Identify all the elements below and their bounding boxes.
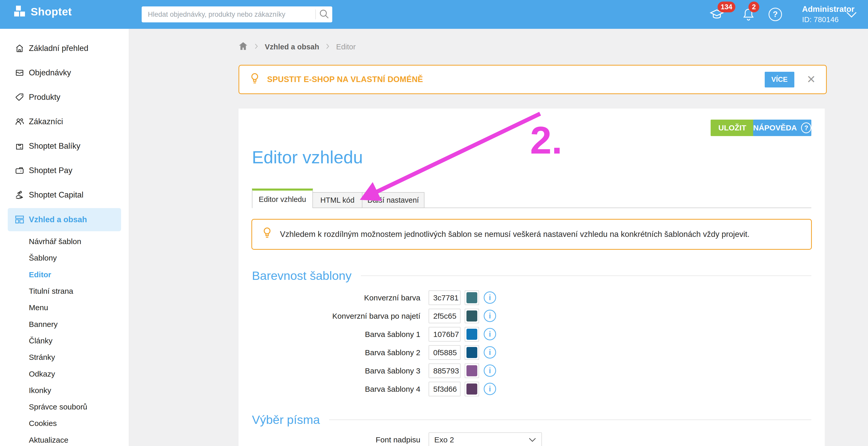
topbar: Shoptet 134 bbox=[0, 0, 868, 29]
info-notice: Vzhledem k rozdílným možnostem jednotliv… bbox=[251, 219, 812, 250]
hand-coins-icon bbox=[14, 190, 25, 200]
tab-html-kod[interactable]: HTML kód bbox=[312, 192, 362, 208]
color-hex-input[interactable] bbox=[429, 290, 461, 305]
font-select[interactable]: Exo 2 bbox=[429, 433, 542, 446]
notice-text: Vzhledem k rozdílným možnostem jednotliv… bbox=[280, 230, 749, 239]
tab-bar: Editor vzhledu HTML kód Další nastavení bbox=[252, 188, 811, 208]
customers-icon bbox=[14, 116, 25, 127]
sidebar-item-label: Vzhled a obsah bbox=[29, 215, 87, 224]
sidebar-subitem-bannery[interactable]: Bannery bbox=[0, 316, 129, 332]
sidebar-subitem-cookies[interactable]: Cookies bbox=[0, 415, 129, 432]
wallet-icon bbox=[14, 165, 25, 176]
orders-icon bbox=[14, 68, 25, 78]
sidebar-subitem-aktualizace[interactable]: Aktualizace bbox=[0, 432, 129, 446]
tab-dalsi-nastaveni[interactable]: Další nastavení bbox=[362, 192, 425, 208]
color-row: Barva šablony 1 i bbox=[239, 325, 812, 343]
help-button-napoveda[interactable]: NÁPOVĚDA ? bbox=[753, 119, 811, 136]
package-icon bbox=[14, 141, 25, 151]
shoptet-admin-screen: Shoptet 134 bbox=[0, 0, 868, 446]
global-search bbox=[142, 6, 332, 22]
sidebar-subitem-sablony[interactable]: Šablony bbox=[0, 250, 129, 266]
bell-icon bbox=[741, 18, 756, 22]
color-row: Konverzní barva po najetí i bbox=[239, 307, 812, 325]
sidebar-item-zakladni-prehled[interactable]: Základní přehled bbox=[0, 36, 129, 61]
sidebar-subitem-navrhar-sablon[interactable]: Návrhář šablon bbox=[0, 233, 129, 250]
notifications-badge: 2 bbox=[748, 2, 759, 12]
sidebar-subitem-editor[interactable]: Editor bbox=[0, 267, 129, 283]
sidebar-subitem-titulni-strana[interactable]: Titulní strana bbox=[0, 283, 129, 299]
sidebar-item-shoptet-baliky[interactable]: Shoptet Balíky bbox=[0, 134, 129, 158]
color-hex-input[interactable] bbox=[429, 327, 461, 342]
search-button[interactable] bbox=[316, 6, 332, 22]
sidebar-subitem-clanky[interactable]: Články bbox=[0, 333, 129, 349]
search-icon bbox=[318, 8, 330, 21]
field-label: Barva šablony 1 bbox=[239, 327, 420, 342]
info-icon[interactable]: i bbox=[484, 383, 496, 395]
sidebar-subitem-odkazy[interactable]: Odkazy bbox=[0, 366, 129, 382]
layout-icon bbox=[14, 214, 25, 225]
info-icon[interactable]: i bbox=[484, 346, 496, 358]
font-row: Font nadpisu Exo 2 bbox=[239, 431, 812, 446]
sidebar-item-zakaznici[interactable]: Zákazníci bbox=[0, 109, 129, 134]
sidebar-subitem-ikonky[interactable]: Ikonky bbox=[0, 382, 129, 399]
field-label: Barva šablony 2 bbox=[239, 345, 420, 360]
sidebar-item-shoptet-capital[interactable]: Shoptet Capital bbox=[0, 183, 129, 207]
field-label: Barva šablony 3 bbox=[239, 364, 420, 378]
tag-icon bbox=[14, 92, 25, 102]
color-swatch[interactable] bbox=[465, 290, 479, 305]
section-heading: Barevnost šablony bbox=[252, 269, 351, 283]
banner-more-button[interactable]: VÍCE bbox=[765, 72, 794, 88]
sidebar-item-produkty[interactable]: Produkty bbox=[0, 85, 129, 109]
color-row: Konverzní barva i bbox=[239, 288, 812, 307]
sidebar-subitem-stranky[interactable]: Stránky bbox=[0, 349, 129, 366]
field-label: Font nadpisu bbox=[239, 433, 420, 446]
color-row: Barva šablony 4 i bbox=[239, 380, 812, 398]
shoptet-logo[interactable]: Shoptet bbox=[14, 6, 72, 18]
sidebar-item-objednavky[interactable]: Objednávky bbox=[0, 61, 129, 85]
color-hex-input[interactable] bbox=[429, 309, 461, 323]
user-menu-caret[interactable] bbox=[846, 11, 857, 19]
lightbulb-icon bbox=[262, 227, 272, 242]
info-icon[interactable]: i bbox=[484, 310, 496, 322]
color-swatch[interactable] bbox=[465, 309, 479, 323]
sidebar-item-shoptet-pay[interactable]: Shoptet Pay bbox=[0, 158, 129, 183]
color-swatch[interactable] bbox=[465, 364, 479, 378]
shoptet-logo-icon bbox=[14, 6, 26, 18]
chevron-down-icon bbox=[846, 14, 857, 19]
breadcrumb-home-icon[interactable] bbox=[239, 42, 248, 52]
save-button[interactable]: ULOŽIT bbox=[711, 119, 754, 136]
breadcrumb-section[interactable]: Vzhled a obsah bbox=[265, 43, 319, 51]
color-hex-input[interactable] bbox=[429, 382, 461, 397]
sidebar-item-label: Shoptet Capital bbox=[29, 190, 84, 200]
search-input[interactable] bbox=[142, 10, 315, 19]
sidebar-subitem-menu[interactable]: Menu bbox=[0, 299, 129, 316]
breadcrumb-separator-icon bbox=[254, 43, 258, 51]
breadcrumb: Vzhled a obsah Editor bbox=[239, 39, 356, 55]
page-title: Editor vzhledu bbox=[252, 147, 363, 167]
sidebar-item-label: Shoptet Pay bbox=[29, 166, 72, 175]
color-rows: Konverzní barva i Konverzní barva po naj… bbox=[239, 288, 812, 398]
color-swatch[interactable] bbox=[465, 327, 479, 342]
sidebar-item-label: Zákazníci bbox=[29, 117, 63, 126]
content-area: Vzhled a obsah Editor SPUSTIT E-SHOP NA … bbox=[129, 29, 868, 446]
color-swatch[interactable] bbox=[465, 382, 479, 397]
info-icon[interactable]: i bbox=[484, 328, 496, 340]
sidebar-item-vzhled-a-obsah[interactable]: Vzhled a obsah bbox=[8, 208, 121, 231]
color-hex-input[interactable] bbox=[429, 364, 461, 378]
question-icon: ? bbox=[769, 8, 782, 21]
section-vyber-pisma: Výběr písma bbox=[252, 413, 811, 427]
question-icon: ? bbox=[801, 123, 811, 133]
info-icon[interactable]: i bbox=[484, 365, 496, 377]
color-swatch[interactable] bbox=[465, 345, 479, 360]
field-label: Barva šablony 4 bbox=[239, 382, 420, 397]
color-row: Barva šablony 3 i bbox=[239, 362, 812, 380]
info-icon[interactable]: i bbox=[484, 291, 496, 304]
tab-editor-vzhledu[interactable]: Editor vzhledu bbox=[252, 188, 313, 208]
sidebar-item-label: Shoptet Balíky bbox=[29, 141, 80, 151]
help-button[interactable]: ? bbox=[769, 8, 782, 21]
logo-text: Shoptet bbox=[31, 6, 72, 18]
home-icon bbox=[14, 43, 25, 54]
close-icon[interactable]: ✕ bbox=[807, 74, 816, 85]
sidebar-subitem-spravce-souboru[interactable]: Správce souborů bbox=[0, 399, 129, 415]
color-hex-input[interactable] bbox=[429, 345, 461, 360]
